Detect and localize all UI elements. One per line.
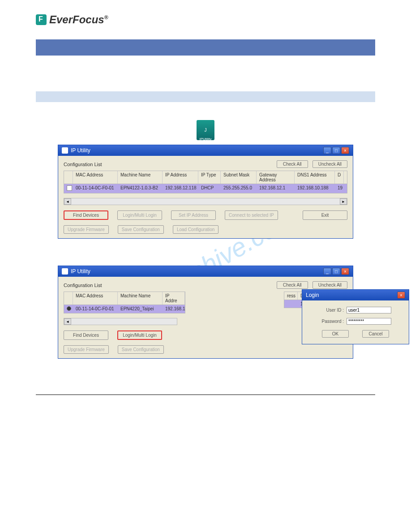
col-dns: DNS1 Address xyxy=(295,171,335,184)
light-blue-section-bar xyxy=(36,91,375,102)
scroll-track[interactable] xyxy=(71,318,177,325)
maximize-button[interactable]: □ xyxy=(332,268,340,275)
cell-type: DHCP xyxy=(198,184,221,193)
upgrade-firmware-button[interactable]: Upgrade Firmware xyxy=(64,345,109,354)
save-config-button[interactable]: Save Configuration xyxy=(118,225,164,234)
table-header: MAC Address Machine Name IP Address IP T… xyxy=(64,171,347,184)
minimize-button[interactable]: _ xyxy=(323,268,331,275)
check-all-button[interactable]: Check All xyxy=(277,281,308,289)
password-label: Password : xyxy=(320,319,347,324)
col-ip: IP Addre xyxy=(163,292,185,305)
config-list-label: Configuration List xyxy=(64,283,102,288)
horizontal-scrollbar-left[interactable]: ◄ xyxy=(64,318,177,325)
scroll-left-icon[interactable]: ◄ xyxy=(64,318,71,325)
col-ip: IP Address xyxy=(163,171,198,184)
minimize-button[interactable]: _ xyxy=(323,147,331,154)
logo: EverFocus® xyxy=(36,13,375,26)
close-button[interactable]: × xyxy=(341,147,349,154)
utility-icon-glyph: J xyxy=(205,128,207,133)
close-button[interactable]: × xyxy=(341,268,349,275)
utility-icon-container: J IPUtility xyxy=(36,120,375,140)
col-ress: ress xyxy=(284,292,298,300)
maximize-button[interactable]: □ xyxy=(332,147,340,154)
cancel-button[interactable]: Cancel xyxy=(362,330,389,338)
logo-icon xyxy=(36,14,47,25)
cell-subnet: 255.255.255.0 xyxy=(221,184,257,193)
col-type: IP Type xyxy=(198,171,221,184)
cell-ip: 192.168.12.118 xyxy=(163,184,198,193)
exit-button[interactable]: Exit xyxy=(303,210,347,220)
col-machine: Machine Name xyxy=(118,292,163,305)
utility-icon-label: IPUtility xyxy=(199,137,211,141)
ip-utility-desktop-icon[interactable]: J IPUtility xyxy=(197,120,214,140)
cell-dns: 192.168.10.188 xyxy=(295,184,335,193)
cell-d: 19 xyxy=(335,184,344,193)
table-row[interactable]: 00-11-14-0C-F0-01 EPN4122-1.0.3-B2 192.1… xyxy=(64,184,347,193)
window-title: IP Utility xyxy=(71,268,90,275)
app-icon xyxy=(62,147,68,154)
uncheck-all-button[interactable]: Uncheck All xyxy=(313,281,347,289)
cell-mac: 00-11-14-0C-F0-01 xyxy=(73,305,118,313)
scroll-right-icon[interactable]: ► xyxy=(340,198,347,205)
login-dialog: Login × User ID : Password : xyxy=(302,289,409,344)
upgrade-firmware-button[interactable]: Upgrade Firmware xyxy=(64,225,109,234)
row-checkbox[interactable] xyxy=(67,185,72,191)
cell-machine: EPN4220_Taipei xyxy=(118,305,163,313)
login-multi-button[interactable]: Login/Multi Login xyxy=(117,330,162,340)
col-mac: MAC Address xyxy=(73,171,118,184)
user-id-label: User ID : xyxy=(320,308,347,313)
dialog-close-button[interactable]: × xyxy=(397,292,405,299)
row-radio[interactable] xyxy=(67,306,71,311)
window-title: IP Utility xyxy=(71,147,90,154)
table-row[interactable]: 00-11-14-0C-F0-01 EPN4220_Taipei 192.168… xyxy=(64,305,185,313)
ok-button[interactable]: OK xyxy=(322,330,349,338)
dialog-title: Login xyxy=(306,292,319,298)
logo-section: EverFocus® xyxy=(36,13,375,26)
dialog-titlebar: Login × xyxy=(302,290,409,300)
col-d: D xyxy=(335,171,344,184)
set-ip-button[interactable]: Set IP Address xyxy=(171,210,216,220)
login-multi-button[interactable]: Login/Multi Login xyxy=(117,210,162,220)
col-mac: MAC Address xyxy=(73,292,118,305)
uncheck-all-button[interactable]: Uncheck All xyxy=(313,160,347,168)
password-field[interactable] xyxy=(347,318,391,325)
app-icon xyxy=(62,268,68,275)
scroll-track[interactable] xyxy=(71,198,340,205)
brand-name: EverFocus® xyxy=(49,13,108,26)
config-list-label: Configuration List xyxy=(64,162,102,167)
cell-gateway: 192.168.12.1 xyxy=(257,184,295,193)
titlebar: IP Utility _ □ × xyxy=(58,145,353,156)
ip-utility-window-1: IP Utility _ □ × Configuration List Chec… xyxy=(58,145,353,239)
footer-separator xyxy=(36,395,375,395)
user-id-field[interactable] xyxy=(347,307,391,313)
scroll-left-icon[interactable]: ◄ xyxy=(64,198,71,205)
col-machine: Machine Name xyxy=(118,171,163,184)
table-header-left: MAC Address Machine Name IP Addre xyxy=(64,292,185,305)
save-config-button[interactable]: Save Configuration xyxy=(118,345,164,354)
col-gateway: Gateway Address xyxy=(257,171,295,184)
titlebar: IP Utility _ □ × xyxy=(58,266,353,277)
find-devices-button[interactable]: Find Devices xyxy=(64,330,108,340)
connect-button[interactable]: Connect to selected IP xyxy=(225,210,278,220)
horizontal-scrollbar[interactable]: ◄ ► xyxy=(64,198,347,205)
cell-ip: 192.168.1 xyxy=(163,305,185,313)
find-devices-button[interactable]: Find Devices xyxy=(64,210,108,220)
cell-mac: 00-11-14-0C-F0-01 xyxy=(73,184,118,193)
ip-utility-window-2: IP Utility _ □ × Configuration List Chec… xyxy=(58,266,353,359)
col-subnet: Subnet Mask xyxy=(221,171,257,184)
load-config-button[interactable]: Load Configuration xyxy=(173,225,219,234)
cell-machine: EPN4122-1.0.3-B2 xyxy=(118,184,163,193)
blue-section-bar xyxy=(36,39,375,56)
check-all-button[interactable]: Check All xyxy=(277,160,308,168)
